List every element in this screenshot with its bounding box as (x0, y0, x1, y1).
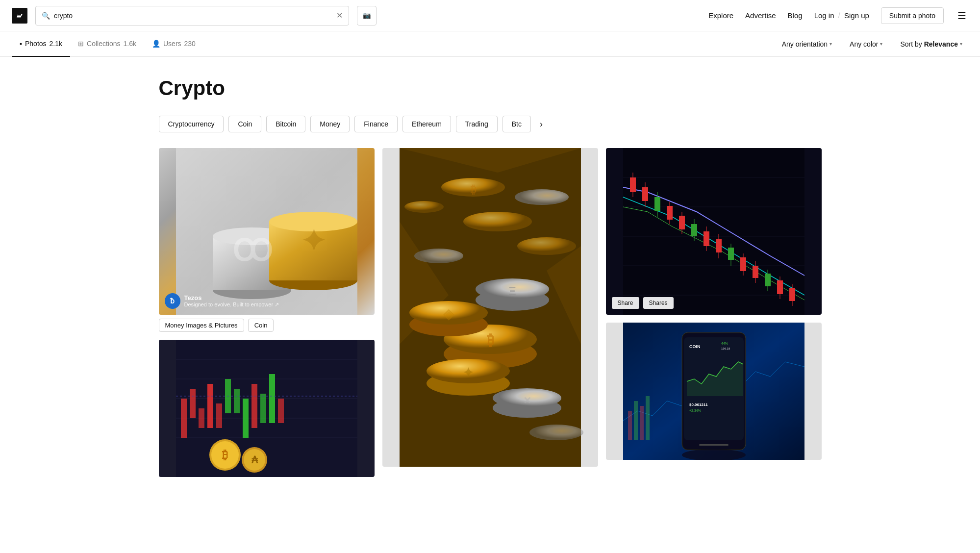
svg-rect-76 (679, 216, 685, 229)
tag-shares[interactable]: Shares (643, 297, 674, 309)
svg-text:✦: ✦ (463, 365, 474, 380)
svg-rect-94 (789, 288, 795, 301)
svg-rect-25 (260, 394, 266, 423)
tag-share[interactable]: Share (612, 297, 639, 309)
logo[interactable] (12, 8, 27, 24)
orientation-filter-button[interactable]: Any orientation ▾ (776, 37, 838, 51)
sponsor-name: Tezos (184, 294, 279, 302)
svg-rect-110 (699, 444, 729, 446)
camera-icon: 📷 (363, 12, 371, 19)
svg-rect-82 (716, 239, 722, 252)
tag-more-button[interactable]: › (536, 117, 547, 131)
svg-rect-88 (753, 266, 758, 278)
svg-text:Ξ: Ξ (508, 284, 516, 298)
tab-users-label: Users (163, 40, 181, 48)
svg-rect-84 (728, 248, 734, 260)
svg-point-54 (414, 249, 463, 263)
svg-rect-68 (630, 177, 636, 192)
submit-photo-button[interactable]: Submit a photo (881, 7, 944, 24)
svg-text:₿: ₿ (470, 183, 476, 196)
svg-point-59 (515, 189, 569, 205)
svg-rect-19 (207, 384, 213, 428)
hamburger-menu-button[interactable]: ☰ (955, 8, 968, 24)
tag-coin[interactable]: Coin (228, 116, 261, 132)
svg-rect-20 (216, 403, 222, 428)
photo-tag-money[interactable]: Money Images & Pictures (159, 319, 244, 332)
advertise-link[interactable]: Advertise (745, 11, 776, 20)
orientation-filter-label: Any orientation (782, 40, 828, 48)
svg-rect-70 (642, 187, 648, 201)
tab-collections[interactable]: ⊞ Collections 1.6k (70, 31, 144, 57)
svg-rect-24 (251, 384, 257, 428)
svg-text:196.19: 196.19 (721, 347, 730, 350)
tag-ethereum[interactable]: Ethereum (402, 116, 451, 132)
svg-rect-27 (278, 399, 284, 423)
color-chevron-icon: ▾ (880, 41, 882, 47)
tab-photos-count: 2.1k (50, 40, 62, 48)
photo-image-coins-stack: Ꝏ ✦ (159, 148, 375, 315)
blog-link[interactable]: Blog (788, 11, 803, 20)
photo-card-chart-bars[interactable]: ₿ ₳ (159, 340, 375, 477)
photo-card-chart-dark[interactable]: Share Shares (606, 148, 822, 315)
tab-photos[interactable]: ▪ Photos 2.1k (12, 31, 70, 57)
tag-finance[interactable]: Finance (354, 116, 398, 132)
tag-cryptocurrency[interactable]: Cryptocurrency (159, 116, 224, 132)
tab-collections-label: Collections (87, 40, 120, 48)
tab-users[interactable]: 👤 Users 230 (144, 31, 203, 57)
svg-rect-97 (628, 411, 632, 440)
photo-tag-coin[interactable]: Coin (248, 319, 274, 332)
svg-rect-98 (634, 401, 638, 440)
svg-rect-90 (765, 274, 771, 286)
sponsor-avatar: ƀ (165, 293, 180, 309)
search-input[interactable] (54, 12, 332, 20)
photo-card-coins-gold[interactable]: ₿ Ξ ✦ ✕ ◈ (382, 148, 598, 467)
svg-rect-86 (740, 257, 746, 271)
tag-pills: Cryptocurrency Coin Bitcoin Money Financ… (159, 116, 822, 132)
photo-column-1: Ꝏ ✦ ƀ Tezos Designed to evolve. Built to… (159, 148, 375, 477)
svg-text:✕: ✕ (523, 395, 531, 406)
svg-point-60 (404, 201, 444, 213)
svg-text:44%: 44% (721, 342, 728, 345)
photo-column-2: ₿ Ξ ✦ ✕ ◈ (382, 148, 598, 467)
photo-card-coins-stack[interactable]: Ꝏ ✦ ƀ Tezos Designed to evolve. Built to… (159, 148, 375, 315)
main-content: Crypto Cryptocurrency Coin Bitcoin Money… (147, 57, 833, 489)
svg-text:₿: ₿ (222, 448, 228, 461)
svg-rect-99 (640, 406, 644, 440)
visual-search-button[interactable]: 📷 (357, 6, 377, 25)
svg-rect-72 (654, 197, 660, 211)
svg-text:₿: ₿ (486, 332, 494, 348)
photo-column-3: Share Shares (606, 148, 822, 460)
svg-point-53 (517, 237, 576, 255)
svg-rect-26 (269, 374, 275, 423)
svg-rect-74 (667, 206, 673, 220)
color-filter-label: Any color (850, 40, 878, 48)
login-link[interactable]: Log in (814, 11, 834, 20)
signup-link[interactable]: Sign up (844, 11, 869, 20)
svg-text:✦: ✦ (301, 225, 326, 257)
svg-rect-17 (190, 389, 196, 418)
sort-label: Sort by Relevance (900, 40, 958, 48)
svg-text:+2.34%: +2.34% (689, 409, 701, 412)
svg-text:$0.061211: $0.061211 (689, 402, 708, 407)
chart-photo-tags: Share Shares (612, 297, 674, 309)
photo-card-phone-blue[interactable]: COIN 44% 196.19 $0.061211 +2.34% (606, 323, 822, 460)
tag-bitcoin[interactable]: Bitcoin (266, 116, 305, 132)
svg-rect-80 (704, 231, 709, 246)
svg-rect-78 (691, 224, 697, 236)
svg-rect-22 (234, 389, 240, 413)
tag-btc[interactable]: Btc (503, 116, 531, 132)
svg-point-55 (463, 212, 532, 231)
page-title: Crypto (159, 76, 822, 100)
collections-icon: ⊞ (78, 40, 84, 48)
explore-link[interactable]: Explore (708, 11, 733, 20)
sort-button[interactable]: Sort by Relevance ▾ (894, 37, 968, 51)
tag-money[interactable]: Money (310, 116, 350, 132)
tag-trading[interactable]: Trading (456, 116, 498, 132)
color-filter-button[interactable]: Any color ▾ (844, 37, 888, 51)
clear-search-button[interactable]: ✕ (336, 12, 343, 20)
sub-header: ▪ Photos 2.1k ⊞ Collections 1.6k 👤 Users… (0, 31, 980, 57)
svg-text:COIN: COIN (689, 344, 701, 349)
svg-rect-18 (199, 408, 204, 428)
sponsor-tagline: Designed to evolve. Built to empower ↗ (184, 302, 279, 308)
auth-links: Log in / Sign up (814, 11, 869, 20)
